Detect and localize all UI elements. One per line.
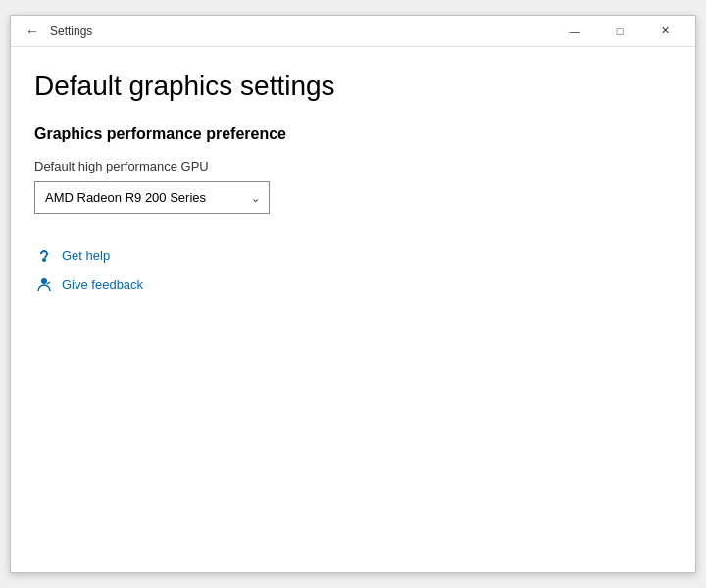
window-title: Settings	[50, 24, 92, 38]
give-feedback-text: Give feedback	[62, 277, 143, 292]
page-title: Default graphics settings	[34, 71, 672, 102]
settings-window: ← Settings — □ ✕ Default graphics settin…	[10, 15, 696, 573]
content-area: Default graphics settings Graphics perfo…	[11, 47, 695, 572]
feedback-icon	[34, 274, 54, 294]
field-label: Default high performance GPU	[34, 159, 672, 173]
gpu-dropdown-container: AMD Radeon R9 200 Series NVIDIA GeForce …	[34, 181, 270, 214]
help-section: Get help Give feedback	[34, 245, 672, 294]
title-bar: ← Settings — □ ✕	[11, 16, 695, 47]
back-icon: ←	[25, 24, 39, 39]
gpu-dropdown[interactable]: AMD Radeon R9 200 Series NVIDIA GeForce …	[34, 181, 270, 214]
svg-point-0	[42, 258, 46, 262]
get-help-link[interactable]: Get help	[34, 245, 672, 265]
back-button[interactable]: ←	[23, 22, 42, 41]
give-feedback-link[interactable]: Give feedback	[34, 274, 672, 294]
close-button[interactable]: ✕	[642, 16, 687, 47]
get-help-text: Get help	[62, 248, 110, 263]
title-bar-left: ← Settings	[23, 22, 92, 41]
svg-point-1	[41, 278, 47, 284]
minimize-button[interactable]: —	[552, 16, 597, 47]
maximize-button[interactable]: □	[597, 16, 642, 47]
window-controls: — □ ✕	[552, 16, 687, 47]
help-icon	[34, 245, 54, 265]
section-title: Graphics performance preference	[34, 125, 672, 143]
